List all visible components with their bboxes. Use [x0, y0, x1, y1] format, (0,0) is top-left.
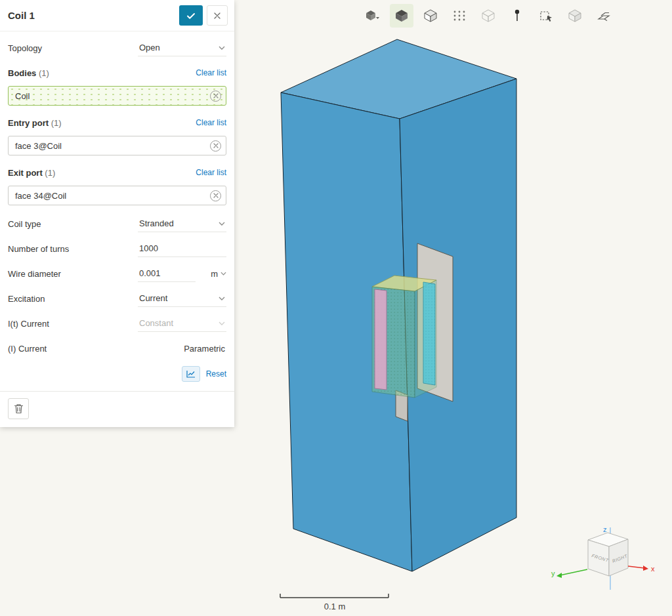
mesh-points-view-icon [452, 9, 467, 23]
i-current-label: (I) Current [8, 344, 47, 354]
panel-footer [0, 391, 234, 427]
box-select-icon [539, 9, 553, 23]
exit-face-texture [423, 282, 435, 385]
chevron-down-icon [219, 222, 225, 226]
transparent-view-icon [481, 9, 495, 23]
exit-port-chip[interactable]: face 34@Coil [8, 186, 226, 205]
number-of-turns-label: Number of turns [8, 244, 69, 254]
bodies-count: (1) [39, 68, 49, 78]
topology-select[interactable]: Open [138, 39, 226, 56]
view-orientation-cube-menu-icon [365, 9, 381, 23]
mesh-points-view-button[interactable] [448, 4, 471, 28]
line-chart-icon [186, 370, 196, 378]
i-current-row: (I) Current Parametric [8, 336, 226, 361]
header-actions [179, 5, 228, 26]
number-of-turns-input[interactable] [138, 240, 226, 257]
entry-port-face[interactable] [375, 289, 387, 390]
wire-diameter-unit-select[interactable]: m [211, 266, 226, 282]
chevron-down-icon [219, 321, 225, 325]
exit-port-count: (1) [45, 168, 55, 178]
check-icon [186, 10, 196, 21]
coil-body[interactable] [372, 276, 436, 398]
entry-port-label: Entry port [8, 118, 49, 128]
shaded-edges-view-icon [423, 9, 438, 23]
chevron-down-icon [219, 46, 225, 50]
scale-bar-label: 0.1 m [324, 602, 346, 611]
remove-body-button[interactable] [210, 91, 221, 102]
chevron-down-icon [220, 272, 226, 276]
chevron-down-icon [219, 297, 225, 300]
entry-port-count: (1) [51, 118, 62, 128]
shaded-edges-view-button[interactable] [419, 4, 442, 28]
exit-port-clear-link[interactable]: Clear list [196, 168, 226, 177]
entry-port-section: Entry port (1) Clear list [8, 112, 226, 134]
delete-coil-button[interactable] [8, 398, 29, 419]
isolate-body-icon [568, 9, 582, 23]
panel-header: Coil 1 [0, 0, 234, 31]
it-current-row: I(t) Current Constant [8, 311, 226, 336]
probe-point-button[interactable] [505, 4, 529, 28]
shaded-view-button[interactable] [390, 4, 413, 28]
i-current-value: Parametric [184, 344, 226, 354]
close-button[interactable] [207, 5, 228, 26]
confirm-button[interactable] [179, 5, 203, 26]
bodies-section: Bodies (1) Clear list [8, 62, 226, 84]
remove-icon [213, 93, 219, 98]
close-icon [213, 12, 221, 20]
wire-diameter-input[interactable] [138, 265, 196, 282]
probe-point-icon [510, 9, 524, 23]
panel-title: Coil 1 [8, 10, 35, 21]
coil-type-select[interactable]: Stranded [138, 215, 226, 232]
transparent-view-button[interactable] [476, 4, 500, 28]
coil-type-row: Coil type Stranded [8, 211, 226, 236]
shaded-view-icon [394, 9, 409, 23]
excitation-select[interactable]: Current [138, 290, 226, 307]
entry-port-clear-link[interactable]: Clear list [196, 118, 226, 127]
axis-z-label: z [603, 525, 607, 533]
isolate-body-button[interactable] [563, 4, 587, 28]
wire-diameter-label: Wire diameter [8, 269, 61, 279]
axis-x-label: x [651, 565, 655, 573]
coil-settings-panel: Coil 1 Topology Open [0, 0, 234, 427]
box-select-button[interactable] [534, 4, 558, 28]
trash-icon [14, 403, 24, 414]
remove-icon [213, 193, 219, 198]
excitation-row: Excitation Current [8, 286, 226, 311]
topology-label: Topology [8, 43, 42, 53]
section-plane-icon [597, 9, 611, 23]
exit-port-chip-label: face 34@Coil [15, 191, 66, 201]
bodies-clear-link[interactable]: Clear list [196, 68, 226, 77]
exit-port-label: Exit port [8, 168, 43, 178]
panel-body: Topology Open Bodies (1) Clear list Coil… [0, 31, 234, 391]
number-of-turns-row: Number of turns [8, 236, 226, 261]
parametric-reset-row: Reset [8, 362, 226, 386]
it-current-label: I(t) Current [8, 319, 49, 329]
remove-exit-port-button[interactable] [210, 190, 221, 201]
bodies-chip-label: Coil [15, 91, 30, 101]
excitation-label: Excitation [8, 294, 45, 304]
entry-port-chip-label: face 3@Coil [15, 141, 62, 151]
it-current-select[interactable]: Constant [138, 315, 226, 332]
remove-icon [213, 143, 219, 148]
viewport-toolbar [361, 4, 616, 28]
topology-row: Topology Open [8, 35, 226, 60]
entry-port-chip[interactable]: face 3@Coil [8, 136, 226, 155]
exit-port-section: Exit port (1) Clear list [8, 161, 226, 184]
reset-link[interactable]: Reset [206, 369, 226, 379]
remove-entry-port-button[interactable] [210, 140, 221, 152]
wire-diameter-row: Wire diameter m [8, 261, 226, 286]
axis-y-label: y [551, 569, 555, 577]
coil-type-label: Coil type [8, 219, 41, 229]
bodies-label: Bodies [8, 68, 36, 78]
view-orientation-cube-menu-button[interactable] [361, 4, 385, 28]
parametric-chart-button[interactable] [182, 366, 200, 382]
unit-label: m [211, 269, 218, 279]
section-plane-button[interactable] [592, 4, 616, 28]
bodies-chip-coil[interactable]: Coil [8, 86, 226, 106]
